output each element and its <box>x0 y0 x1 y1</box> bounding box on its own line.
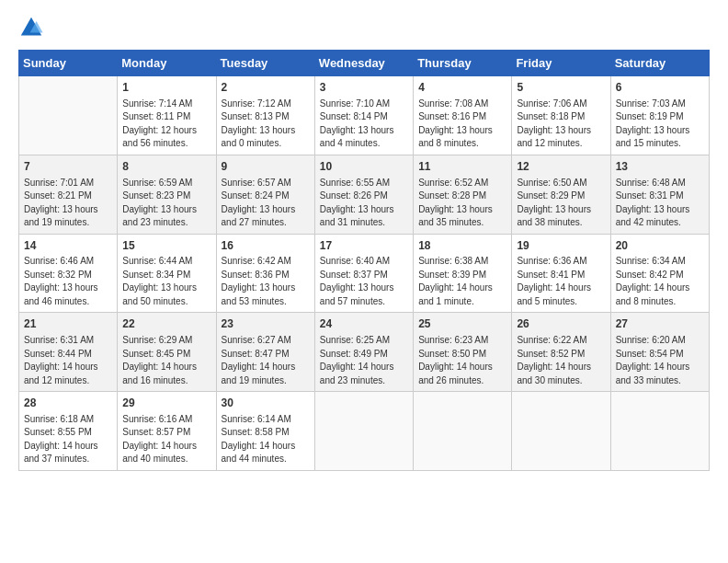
day-info: Sunrise: 6:31 AMSunset: 8:44 PMDaylight:… <box>24 334 112 387</box>
weekday-tuesday: Tuesday <box>216 51 314 76</box>
calendar-cell: 12Sunrise: 6:50 AMSunset: 8:29 PMDayligh… <box>512 155 610 234</box>
calendar-cell: 30Sunrise: 6:14 AMSunset: 8:58 PMDayligh… <box>216 392 314 471</box>
day-number: 30 <box>222 396 310 411</box>
weekday-monday: Monday <box>118 51 216 76</box>
day-number: 8 <box>122 159 210 175</box>
day-info: Sunrise: 6:42 AMSunset: 8:36 PMDaylight:… <box>222 255 310 308</box>
day-number: 26 <box>517 316 605 332</box>
day-info: Sunrise: 6:36 AMSunset: 8:41 PMDaylight:… <box>517 255 605 308</box>
day-number: 20 <box>616 238 704 254</box>
day-info: Sunrise: 6:57 AMSunset: 8:24 PMDaylight:… <box>222 177 310 230</box>
day-info: Sunrise: 6:14 AMSunset: 8:58 PMDaylight:… <box>222 413 310 466</box>
calendar-cell: 18Sunrise: 6:38 AMSunset: 8:39 PMDayligh… <box>414 234 512 313</box>
day-number: 12 <box>517 159 605 175</box>
calendar-cell: 15Sunrise: 6:44 AMSunset: 8:34 PMDayligh… <box>118 234 216 313</box>
day-info: Sunrise: 6:18 AMSunset: 8:55 PMDaylight:… <box>24 413 112 466</box>
calendar-row: 7Sunrise: 7:01 AMSunset: 8:21 PMDaylight… <box>19 155 710 234</box>
day-number: 10 <box>320 159 408 175</box>
day-number: 4 <box>418 80 506 96</box>
calendar-cell <box>610 392 709 471</box>
calendar-row: 1Sunrise: 7:14 AMSunset: 8:11 PMDaylight… <box>19 76 710 155</box>
day-info: Sunrise: 7:10 AMSunset: 8:14 PMDaylight:… <box>320 98 408 151</box>
calendar-cell: 7Sunrise: 7:01 AMSunset: 8:21 PMDaylight… <box>19 155 118 234</box>
day-info: Sunrise: 7:12 AMSunset: 8:13 PMDaylight:… <box>222 98 310 151</box>
calendar-cell: 9Sunrise: 6:57 AMSunset: 8:24 PMDaylight… <box>216 155 314 234</box>
day-info: Sunrise: 7:01 AMSunset: 8:21 PMDaylight:… <box>24 177 112 230</box>
day-info: Sunrise: 6:16 AMSunset: 8:57 PMDaylight:… <box>122 413 210 466</box>
header <box>18 15 710 40</box>
day-number: 11 <box>418 159 506 175</box>
day-number: 1 <box>122 80 210 96</box>
day-number: 19 <box>517 238 605 254</box>
calendar-cell: 16Sunrise: 6:42 AMSunset: 8:36 PMDayligh… <box>216 234 314 313</box>
calendar-cell: 8Sunrise: 6:59 AMSunset: 8:23 PMDaylight… <box>118 155 216 234</box>
day-info: Sunrise: 6:20 AMSunset: 8:54 PMDaylight:… <box>616 334 704 387</box>
calendar-cell: 21Sunrise: 6:31 AMSunset: 8:44 PMDayligh… <box>19 313 118 392</box>
day-info: Sunrise: 6:55 AMSunset: 8:26 PMDaylight:… <box>320 177 408 230</box>
day-number: 13 <box>616 159 704 175</box>
day-info: Sunrise: 6:48 AMSunset: 8:31 PMDaylight:… <box>616 177 704 230</box>
day-info: Sunrise: 6:29 AMSunset: 8:45 PMDaylight:… <box>122 334 210 387</box>
day-number: 27 <box>616 316 704 332</box>
day-info: Sunrise: 6:46 AMSunset: 8:32 PMDaylight:… <box>24 255 112 308</box>
day-number: 5 <box>517 80 605 96</box>
calendar-cell <box>19 76 118 155</box>
day-number: 2 <box>222 80 310 96</box>
page: SundayMondayTuesdayWednesdayThursdayFrid… <box>0 0 728 563</box>
calendar-cell: 19Sunrise: 6:36 AMSunset: 8:41 PMDayligh… <box>512 234 610 313</box>
weekday-wednesday: Wednesday <box>314 51 413 76</box>
day-number: 14 <box>24 238 112 254</box>
day-info: Sunrise: 6:52 AMSunset: 8:28 PMDaylight:… <box>418 177 506 230</box>
day-info: Sunrise: 6:38 AMSunset: 8:39 PMDaylight:… <box>418 255 506 308</box>
day-info: Sunrise: 7:14 AMSunset: 8:11 PMDaylight:… <box>122 98 210 151</box>
calendar-row: 28Sunrise: 6:18 AMSunset: 8:55 PMDayligh… <box>19 392 710 471</box>
calendar-cell: 3Sunrise: 7:10 AMSunset: 8:14 PMDaylight… <box>314 76 413 155</box>
calendar-cell: 13Sunrise: 6:48 AMSunset: 8:31 PMDayligh… <box>610 155 709 234</box>
weekday-sunday: Sunday <box>19 51 118 76</box>
calendar-row: 14Sunrise: 6:46 AMSunset: 8:32 PMDayligh… <box>19 234 710 313</box>
day-number: 24 <box>320 316 408 332</box>
day-info: Sunrise: 7:06 AMSunset: 8:18 PMDaylight:… <box>517 98 605 151</box>
weekday-header-row: SundayMondayTuesdayWednesdayThursdayFrid… <box>19 51 710 76</box>
day-info: Sunrise: 6:59 AMSunset: 8:23 PMDaylight:… <box>122 177 210 230</box>
day-info: Sunrise: 6:40 AMSunset: 8:37 PMDaylight:… <box>320 255 408 308</box>
calendar-cell: 27Sunrise: 6:20 AMSunset: 8:54 PMDayligh… <box>610 313 709 392</box>
weekday-thursday: Thursday <box>414 51 512 76</box>
day-info: Sunrise: 7:08 AMSunset: 8:16 PMDaylight:… <box>418 98 506 151</box>
day-number: 21 <box>24 316 112 332</box>
day-number: 9 <box>222 159 310 175</box>
logo <box>18 15 48 40</box>
calendar-cell: 25Sunrise: 6:23 AMSunset: 8:50 PMDayligh… <box>414 313 512 392</box>
logo-icon <box>18 15 44 40</box>
calendar-cell: 20Sunrise: 6:34 AMSunset: 8:42 PMDayligh… <box>610 234 709 313</box>
calendar-cell: 2Sunrise: 7:12 AMSunset: 8:13 PMDaylight… <box>216 76 314 155</box>
calendar-cell <box>314 392 413 471</box>
calendar-cell: 24Sunrise: 6:25 AMSunset: 8:49 PMDayligh… <box>314 313 413 392</box>
weekday-friday: Friday <box>512 51 610 76</box>
day-info: Sunrise: 6:27 AMSunset: 8:47 PMDaylight:… <box>222 334 310 387</box>
day-number: 16 <box>222 238 310 254</box>
day-info: Sunrise: 6:25 AMSunset: 8:49 PMDaylight:… <box>320 334 408 387</box>
calendar-cell: 14Sunrise: 6:46 AMSunset: 8:32 PMDayligh… <box>19 234 118 313</box>
day-number: 29 <box>122 396 210 411</box>
calendar-cell <box>414 392 512 471</box>
day-number: 3 <box>320 80 408 96</box>
calendar-cell: 10Sunrise: 6:55 AMSunset: 8:26 PMDayligh… <box>314 155 413 234</box>
calendar-table: SundayMondayTuesdayWednesdayThursdayFrid… <box>18 50 710 471</box>
day-info: Sunrise: 6:34 AMSunset: 8:42 PMDaylight:… <box>616 255 704 308</box>
calendar-cell: 4Sunrise: 7:08 AMSunset: 8:16 PMDaylight… <box>414 76 512 155</box>
calendar-cell: 23Sunrise: 6:27 AMSunset: 8:47 PMDayligh… <box>216 313 314 392</box>
calendar-cell <box>512 392 610 471</box>
calendar-cell: 1Sunrise: 7:14 AMSunset: 8:11 PMDaylight… <box>118 76 216 155</box>
day-number: 6 <box>616 80 704 96</box>
day-number: 25 <box>418 316 506 332</box>
day-number: 7 <box>24 159 112 175</box>
calendar-cell: 22Sunrise: 6:29 AMSunset: 8:45 PMDayligh… <box>118 313 216 392</box>
day-info: Sunrise: 6:22 AMSunset: 8:52 PMDaylight:… <box>517 334 605 387</box>
day-info: Sunrise: 7:03 AMSunset: 8:19 PMDaylight:… <box>616 98 704 151</box>
calendar-cell: 6Sunrise: 7:03 AMSunset: 8:19 PMDaylight… <box>610 76 709 155</box>
calendar-cell: 29Sunrise: 6:16 AMSunset: 8:57 PMDayligh… <box>118 392 216 471</box>
calendar-cell: 5Sunrise: 7:06 AMSunset: 8:18 PMDaylight… <box>512 76 610 155</box>
calendar-cell: 17Sunrise: 6:40 AMSunset: 8:37 PMDayligh… <box>314 234 413 313</box>
day-number: 23 <box>222 316 310 332</box>
